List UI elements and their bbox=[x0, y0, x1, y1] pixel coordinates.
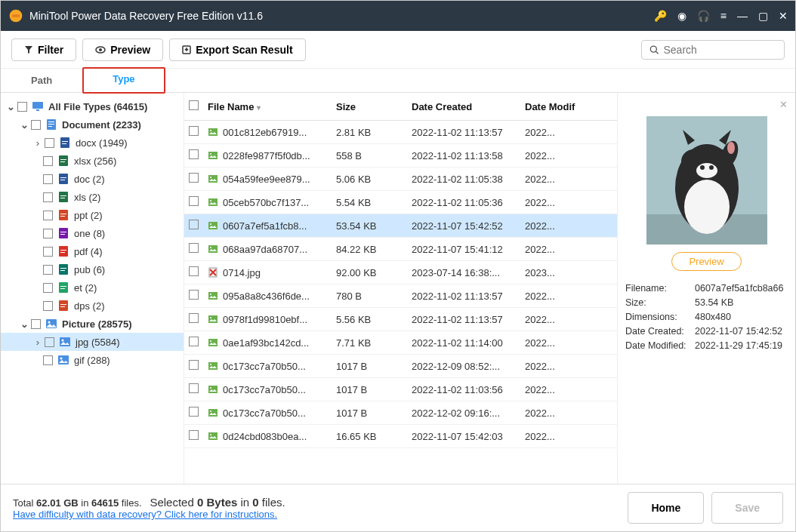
svg-rect-62 bbox=[208, 292, 218, 300]
table-row[interactable]: 0c173cc7a70b50...1017 B2022-12-09 08:52:… bbox=[184, 355, 617, 378]
checkbox[interactable] bbox=[189, 313, 199, 323]
table-row[interactable]: 0978f1d99810ebf...5.56 KB2022-11-02 11:1… bbox=[184, 308, 617, 331]
table-row[interactable]: 0c173cc7a70b50...1017 B2022-12-02 09:16:… bbox=[184, 401, 617, 425]
table-row[interactable]: 0ae1af93bc142cd...7.71 KB2022-11-02 11:1… bbox=[184, 331, 617, 355]
key-icon[interactable]: 🔑 bbox=[654, 10, 667, 22]
meta-key: Dimensions: bbox=[625, 312, 695, 322]
checkbox[interactable] bbox=[189, 407, 199, 417]
checkbox[interactable] bbox=[43, 229, 53, 238]
checkbox[interactable] bbox=[43, 211, 53, 220]
menu-icon[interactable]: ≡ bbox=[720, 10, 727, 22]
checkbox[interactable] bbox=[43, 265, 53, 275]
checkbox[interactable] bbox=[189, 220, 199, 229]
table-row[interactable]: 0607a7ef5a1fcb8...53.54 KB2022-11-07 15:… bbox=[184, 214, 617, 238]
checkbox[interactable] bbox=[189, 383, 199, 393]
table-row[interactable]: 001c812eb67919...2.81 KB2022-11-02 11:13… bbox=[184, 121, 617, 144]
table-row[interactable]: 0714.jpg92.00 KB2023-07-14 16:38:...2023… bbox=[184, 261, 617, 284]
table-row[interactable]: 05ceb570bc7f137...5.54 KB2022-11-02 11:0… bbox=[184, 191, 617, 214]
close-icon[interactable]: ✕ bbox=[779, 10, 788, 22]
checkbox[interactable] bbox=[189, 430, 199, 440]
svg-rect-29 bbox=[60, 232, 66, 232]
table-row[interactable]: 054a59fee9ee879...5.06 KB2022-11-02 11:0… bbox=[184, 168, 617, 191]
tree-item[interactable]: et (2) bbox=[1, 278, 184, 297]
tree-item[interactable]: one (8) bbox=[1, 224, 184, 242]
tree-root[interactable]: ⌄ All File Types (64615) bbox=[1, 97, 184, 115]
tree-item[interactable]: pub (6) bbox=[1, 260, 184, 278]
maximize-icon[interactable]: ▢ bbox=[758, 10, 768, 22]
headphones-icon[interactable]: 🎧 bbox=[697, 10, 710, 22]
image-file-icon bbox=[208, 291, 218, 301]
preview-open-button[interactable]: Preview bbox=[671, 252, 741, 271]
tree-picture[interactable]: ⌄ Picture (28575) bbox=[1, 315, 184, 333]
checkbox[interactable] bbox=[43, 247, 53, 257]
tree-item[interactable]: xlsx (256) bbox=[1, 152, 184, 170]
export-button[interactable]: Export Scan Result bbox=[169, 38, 305, 61]
checkbox[interactable] bbox=[189, 126, 199, 136]
home-button[interactable]: Home bbox=[628, 492, 704, 524]
help-link[interactable]: Have difficulty with data recovery? Clic… bbox=[13, 509, 277, 520]
col-size[interactable]: Size bbox=[332, 93, 407, 121]
table-row[interactable]: 068aa97da68707...84.22 KB2022-11-07 15:4… bbox=[184, 238, 617, 261]
minimize-icon[interactable]: — bbox=[737, 10, 748, 22]
checkbox[interactable] bbox=[189, 266, 199, 276]
tree-item[interactable]: pdf (4) bbox=[1, 242, 184, 260]
footer: Total 62.01 GB in 64615 files. Selected … bbox=[1, 484, 795, 531]
file-modified: 2022... bbox=[520, 308, 617, 331]
tree-document[interactable]: ⌄ Document (2233) bbox=[1, 115, 184, 134]
tree-item[interactable]: doc (2) bbox=[1, 170, 184, 188]
close-preview-icon[interactable]: ✕ bbox=[625, 99, 788, 110]
tree-item[interactable]: xls (2) bbox=[1, 188, 184, 206]
checkbox[interactable] bbox=[31, 319, 41, 329]
checkbox[interactable] bbox=[45, 337, 54, 347]
checkbox[interactable] bbox=[189, 149, 199, 159]
checkbox[interactable] bbox=[45, 138, 54, 148]
table-row[interactable]: 0c173cc7a70b50...1017 B2022-11-02 11:03:… bbox=[184, 378, 617, 401]
titlebar: MiniTool Power Data Recovery Free Editio… bbox=[1, 1, 795, 31]
svg-rect-17 bbox=[60, 159, 66, 160]
tree-item[interactable]: dps (2) bbox=[1, 297, 184, 315]
image-icon bbox=[57, 354, 69, 366]
file-name: 0978f1d99810ebf... bbox=[223, 314, 307, 325]
disc-icon[interactable]: ◉ bbox=[677, 10, 686, 22]
checkbox[interactable] bbox=[43, 192, 53, 202]
table-row[interactable]: 095a8a8c436f6de...780 B2022-11-02 11:13:… bbox=[184, 284, 617, 308]
tree-item[interactable]: gif (288) bbox=[1, 351, 184, 369]
table-row[interactable]: 0d24cbd083b0ea...16.65 KB2022-11-07 15:4… bbox=[184, 425, 617, 448]
chevron-down-icon: ⌄ bbox=[19, 318, 29, 330]
checkbox[interactable] bbox=[43, 174, 53, 184]
col-name[interactable]: File Name bbox=[208, 101, 254, 112]
file-modified: 2022... bbox=[520, 238, 617, 261]
tree-item[interactable]: ppt (2) bbox=[1, 206, 184, 224]
svg-point-63 bbox=[210, 294, 211, 295]
preview-button[interactable]: Preview bbox=[82, 38, 163, 61]
tab-path[interactable]: Path bbox=[1, 69, 82, 92]
checkbox[interactable] bbox=[189, 290, 199, 300]
col-created[interactable]: Date Created bbox=[407, 93, 520, 121]
save-button[interactable]: Save bbox=[711, 492, 783, 524]
search-icon bbox=[649, 45, 659, 55]
checkbox[interactable] bbox=[189, 360, 199, 370]
tree-label: dps (2) bbox=[74, 300, 104, 312]
checkbox[interactable] bbox=[189, 196, 199, 206]
tab-type[interactable]: Type bbox=[82, 67, 165, 94]
checkbox[interactable] bbox=[17, 102, 27, 112]
checkbox[interactable] bbox=[43, 156, 53, 166]
col-modified[interactable]: Date Modif bbox=[520, 93, 617, 121]
checkbox[interactable] bbox=[43, 283, 53, 293]
checkbox[interactable] bbox=[189, 173, 199, 183]
svg-rect-11 bbox=[48, 124, 54, 125]
search-input[interactable] bbox=[663, 44, 776, 56]
svg-rect-74 bbox=[208, 432, 218, 440]
filter-button[interactable]: Filter bbox=[11, 38, 76, 61]
checkbox[interactable] bbox=[189, 243, 199, 253]
search-box[interactable] bbox=[641, 40, 785, 60]
tree-item[interactable]: ›docx (1949) bbox=[1, 134, 184, 152]
tree-item[interactable]: ›jpg (5584) bbox=[1, 333, 184, 351]
checkbox[interactable] bbox=[43, 301, 53, 311]
checkbox[interactable] bbox=[31, 120, 41, 130]
checkbox[interactable] bbox=[189, 337, 199, 346]
checkbox[interactable] bbox=[43, 355, 53, 365]
table-row[interactable]: 0228fe9877f5f0db...558 B2022-11-02 11:13… bbox=[184, 144, 617, 168]
svg-rect-12 bbox=[48, 126, 52, 127]
checkbox-all[interactable] bbox=[189, 100, 199, 110]
